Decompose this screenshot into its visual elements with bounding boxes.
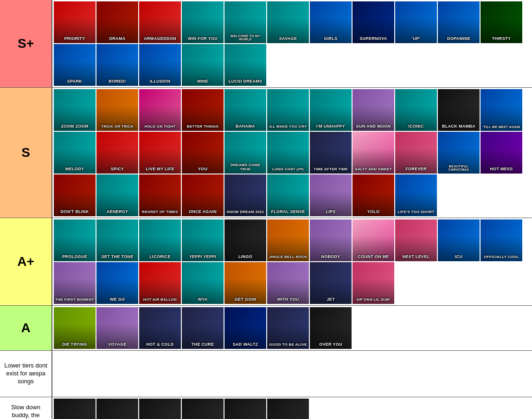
album-card[interactable]: FLOWERS	[224, 399, 266, 419]
album-card[interactable]: NOBODY	[310, 219, 352, 261]
album-card[interactable]: BORED!	[96, 44, 138, 86]
album-card[interactable]: SPARK	[54, 44, 96, 86]
album-title: BETTER THINGS	[186, 124, 219, 131]
album-card[interactable]: WIN FOR YOU	[182, 1, 224, 43]
album-card[interactable]: DREAMS COME TRUE	[224, 132, 266, 174]
album-card[interactable]: SAVAGE	[267, 1, 309, 43]
album-card[interactable]: JUST ANOTHER GIRL	[267, 399, 309, 419]
album-title: ZOOM ZOOM	[60, 123, 89, 131]
album-card[interactable]: ILL MAKE YOU CRY	[267, 89, 309, 131]
album-card[interactable]: THIRSTY	[481, 1, 522, 43]
album-card[interactable]: DIE TRYING	[54, 307, 96, 349]
album-card[interactable]: FLORAL SENSE	[267, 174, 309, 216]
album-card[interactable]: VOYAGE	[96, 307, 138, 349]
album-card[interactable]: GOOD TO BE ALIVE	[267, 307, 309, 349]
album-card[interactable]: 'TILL WE MEET AGAIN	[481, 89, 522, 131]
album-card[interactable]: HOT & COLD	[139, 307, 181, 349]
album-card[interactable]: GIRLS	[310, 1, 352, 43]
album-card[interactable]: TRICK OR TRICK	[96, 89, 138, 131]
album-title: NEXT LEVEL	[402, 254, 431, 261]
album-card[interactable]: COUNT ON ME	[353, 219, 394, 261]
album-card[interactable]: PRIORITY	[54, 1, 96, 43]
album-card[interactable]: I'M UNHAPPY	[310, 89, 352, 131]
album-title: 'TILL WE MEET AGAIN	[482, 124, 521, 131]
album-card[interactable]: PROLOGUE	[54, 219, 96, 261]
album-card[interactable]: SUPERNOVA	[353, 1, 394, 43]
album-card[interactable]: ILLUSION	[139, 44, 181, 86]
album-title: SPARK	[66, 78, 83, 86]
album-card[interactable]: KILL IT	[96, 399, 138, 419]
album-card[interactable]: MINE	[182, 44, 224, 86]
album-card[interactable]: ONCE AGAIN	[182, 174, 224, 216]
album-card[interactable]: BEAUTIFUL CHRISTMAS	[438, 132, 480, 174]
album-card[interactable]: SALTY AND SWEET	[353, 132, 394, 174]
album-card[interactable]: FOREVER	[395, 132, 437, 174]
album-card[interactable]: LICORICE	[139, 219, 181, 261]
album-card[interactable]: JET	[310, 262, 352, 304]
album-card[interactable]: YEPPI YEPPI	[182, 219, 224, 261]
album-card[interactable]: THE FIRST MOMENT	[54, 262, 96, 304]
album-title: HOT & COLD	[146, 342, 175, 349]
album-card[interactable]: FLIGHTS, NOT FEELINGS	[139, 399, 181, 419]
album-title: JET	[326, 297, 335, 304]
album-title: YOU	[197, 166, 208, 174]
album-card[interactable]: LONG CHAT (#♥)	[267, 132, 309, 174]
album-card[interactable]: REGRET OF TIMES	[139, 174, 181, 216]
album-card[interactable]: LIFE'S TOO SHORT	[395, 174, 437, 216]
album-card[interactable]: WITH YOU	[267, 262, 309, 304]
album-card[interactable]: WE GO	[96, 262, 138, 304]
tier-label-lower: Lower tiers dont exist for aespa songs	[0, 351, 52, 397]
album-card[interactable]: LUCID DREAMS	[224, 44, 266, 86]
album-title: SUN AND MOON	[355, 123, 392, 131]
album-card[interactable]: DON'T BLINK	[54, 174, 96, 216]
album-card[interactable]: DOPAMINE	[438, 1, 480, 43]
album-card[interactable]: LIVE MY LIFE	[139, 132, 181, 174]
album-card[interactable]: BETTER THINGS	[182, 89, 224, 131]
album-card[interactable]: SAD WALTZ	[224, 307, 266, 349]
album-card[interactable]: ICU	[438, 219, 480, 261]
album-card[interactable]: BAHAMA	[224, 89, 266, 131]
album-card[interactable]: PINK HOODIE	[182, 399, 224, 419]
album-card[interactable]: YOU	[182, 132, 224, 174]
album-title: WELCOME TO MY WORLD	[224, 33, 266, 43]
album-card[interactable]: ZOOM ZOOM	[54, 89, 96, 131]
album-card[interactable]: MELODY	[54, 132, 96, 174]
album-title: WE GO	[109, 297, 126, 304]
album-card[interactable]: LINGO	[224, 219, 266, 261]
album-card[interactable]: YOLO	[353, 174, 394, 216]
album-card[interactable]: ARMAGEDDON	[139, 1, 181, 43]
album-card[interactable]: LIPS	[310, 174, 352, 216]
album-card[interactable]: SNOW DREAM 2021	[224, 174, 266, 216]
album-card[interactable]: NEXT LEVEL	[395, 219, 437, 261]
album-card[interactable]: SET THE TONE	[96, 219, 138, 261]
album-card[interactable]: SPICY	[96, 132, 138, 174]
album-card[interactable]: WHIPLASH	[54, 399, 96, 419]
album-card[interactable]: ICONIC	[395, 89, 437, 131]
album-card[interactable]: JINGLE BELL ROCK	[267, 219, 309, 261]
album-card[interactable]: OVER YOU	[310, 307, 352, 349]
tier-row-a-plus: A+PROLOGUESET THE TONELICORICEYEPPI YEPP…	[0, 218, 532, 306]
album-card[interactable]: GET GOIN	[224, 262, 266, 304]
album-card[interactable]: DRAMA	[96, 1, 138, 43]
album-card[interactable]: HOT AIR BALLON	[139, 262, 181, 304]
album-card[interactable]: BLACK MAMBA	[438, 89, 480, 131]
album-card[interactable]: AENERGY	[96, 174, 138, 216]
album-title: ONCE AGAIN	[188, 209, 218, 216]
album-card[interactable]: HOT MESS	[481, 132, 522, 174]
album-title: LINGO	[237, 254, 253, 261]
album-card[interactable]: WYA	[182, 262, 224, 304]
album-card[interactable]: 'UP'	[395, 1, 437, 43]
album-title: WIN FOR YOU	[187, 36, 218, 43]
tier-row-s: SZOOM ZOOMTRICK OR TRICKHOLD ON TIGHTBET…	[0, 88, 532, 218]
album-title: ARMAGEDDON	[143, 36, 177, 43]
album-card[interactable]: SUN AND MOON	[353, 89, 394, 131]
album-card[interactable]: TIME AFTER TIME	[310, 132, 352, 174]
album-title: DOPAMINE	[446, 36, 471, 43]
album-card[interactable]: WELCOME TO MY WORLD	[224, 1, 266, 43]
album-card[interactable]: OFFICIALLY COOL	[481, 219, 522, 261]
album-title: REGRET OF TIMES	[141, 209, 179, 216]
album-card[interactable]: THE CURE	[182, 307, 224, 349]
album-card[interactable]: HOLD ON TIGHT	[139, 89, 181, 131]
album-title: GET GOIN	[234, 297, 257, 304]
album-card[interactable]: SIP ONA LIL SUM'	[353, 262, 394, 304]
